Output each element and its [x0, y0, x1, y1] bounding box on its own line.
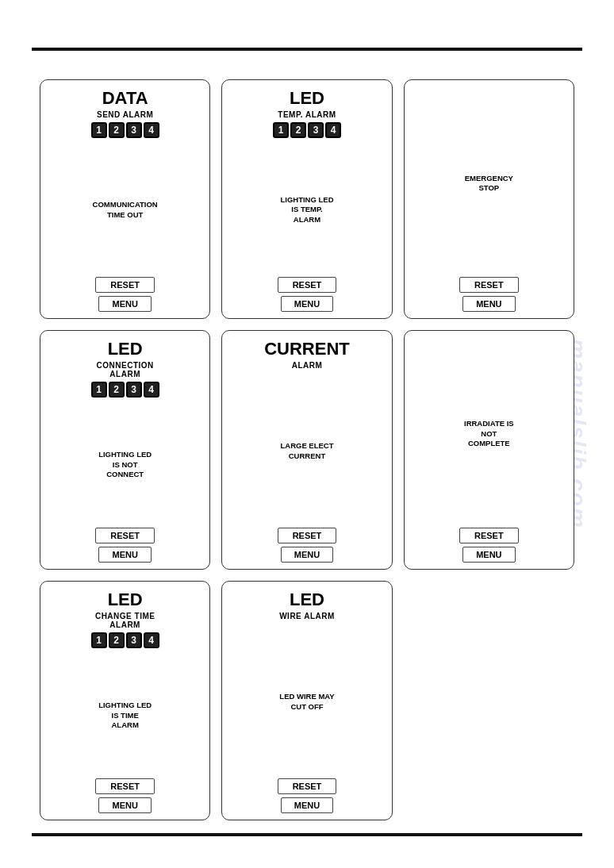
panel-subtitle-0: SEND ALARM [97, 110, 153, 119]
reset-button-5[interactable]: RESET [459, 528, 519, 543]
menu-button-5[interactable]: MENU [462, 547, 515, 563]
num-boxes-1: 1234 [273, 122, 341, 138]
panel-subtitle-3: CONNECTIONALARM [97, 361, 154, 378]
reset-button-3[interactable]: RESET [95, 528, 155, 543]
num-box-3: 3 [126, 382, 142, 398]
led-change-panel: LEDCHANGE TIMEALARM1234LIGHTING LEDIS TI… [40, 581, 210, 820]
num-box-2: 2 [109, 632, 125, 648]
bottom-bar [32, 833, 582, 836]
current-panel: CURRENTALARMLARGE ELECTCURRENTRESETMENU [221, 330, 392, 570]
menu-button-3[interactable]: MENU [98, 547, 151, 563]
num-box-1: 1 [91, 382, 107, 398]
panel-desc-2: EMERGENCYSTOP [465, 90, 513, 277]
panel-title-1: LED [290, 88, 324, 109]
reset-button-1[interactable]: RESET [278, 277, 337, 293]
top-bar [32, 48, 582, 51]
panel-desc-0: COMMUNICATIONTIME OUT [93, 143, 158, 277]
led-connection-panel: LEDCONNECTIONALARM1234LIGHTING LEDIS NOT… [40, 330, 210, 570]
num-boxes-0: 1234 [91, 122, 159, 138]
panel-grid: DATASEND ALARM1234COMMUNICATIONTIME OUTR… [40, 79, 574, 820]
panel-desc-4: LARGE ELECTCURRENT [280, 374, 333, 528]
led-wire-panel: LEDWIRE ALARMLED WIRE MAYCUT OFFRESETMEN… [221, 581, 392, 820]
menu-button-0[interactable]: MENU [98, 296, 151, 312]
num-box-4: 4 [325, 122, 341, 138]
num-box-1: 1 [91, 632, 107, 648]
menu-button-4[interactable]: MENU [281, 547, 333, 563]
panel-desc-3: LIGHTING LEDIS NOTCONNECT [98, 402, 152, 528]
data-panel: DATASEND ALARM1234COMMUNICATIONTIME OUTR… [40, 79, 210, 319]
panel-subtitle-6: CHANGE TIMEALARM [95, 612, 155, 629]
panel-desc-7: LED WIRE MAYCUT OFF [279, 625, 334, 778]
reset-button-6[interactable]: RESET [95, 778, 155, 794]
reset-button-7[interactable]: RESET [278, 778, 337, 794]
menu-button-2[interactable]: MENU [462, 296, 515, 312]
panel-title-0: DATA [102, 88, 148, 109]
num-box-3: 3 [126, 122, 142, 138]
num-boxes-6: 1234 [91, 632, 159, 648]
menu-button-6[interactable]: MENU [98, 797, 151, 813]
panel-desc-1: LIGHTING LEDIS TEMP.ALARM [280, 143, 333, 277]
num-box-4: 4 [144, 122, 159, 138]
menu-button-7[interactable]: MENU [281, 797, 333, 813]
reset-button-2[interactable]: RESET [459, 277, 519, 293]
irradiate-panel: IRRADIATE ISNOTCOMPLETERESETMENU [404, 330, 574, 570]
num-box-4: 4 [144, 382, 159, 398]
panel-title-4: CURRENT [264, 339, 350, 359]
num-boxes-3: 1234 [91, 382, 159, 398]
num-box-3: 3 [308, 122, 324, 138]
panel-desc-6: LIGHTING LEDIS TIMEALARM [98, 653, 152, 778]
num-box-2: 2 [290, 122, 306, 138]
emergency-panel: EMERGENCYSTOPRESETMENU [404, 79, 574, 319]
panel-subtitle-4: ALARM [292, 361, 323, 370]
num-box-2: 2 [109, 122, 125, 138]
reset-button-4[interactable]: RESET [278, 528, 337, 543]
num-box-3: 3 [126, 632, 142, 648]
panel-title-6: LED [108, 590, 143, 610]
empty-panel [404, 581, 574, 820]
led-temp-panel: LEDTEMP. ALARM1234LIGHTING LEDIS TEMP.AL… [221, 79, 392, 319]
num-box-2: 2 [109, 382, 125, 398]
panel-title-3: LED [108, 339, 143, 359]
panel-subtitle-7: WIRE ALARM [279, 612, 335, 620]
panel-desc-5: IRRADIATE ISNOTCOMPLETE [464, 340, 514, 528]
menu-button-1[interactable]: MENU [281, 296, 333, 312]
panel-subtitle-1: TEMP. ALARM [278, 110, 336, 119]
num-box-4: 4 [144, 632, 159, 648]
num-box-1: 1 [91, 122, 107, 138]
panel-title-7: LED [290, 590, 324, 610]
reset-button-0[interactable]: RESET [95, 277, 155, 293]
num-box-1: 1 [273, 122, 289, 138]
